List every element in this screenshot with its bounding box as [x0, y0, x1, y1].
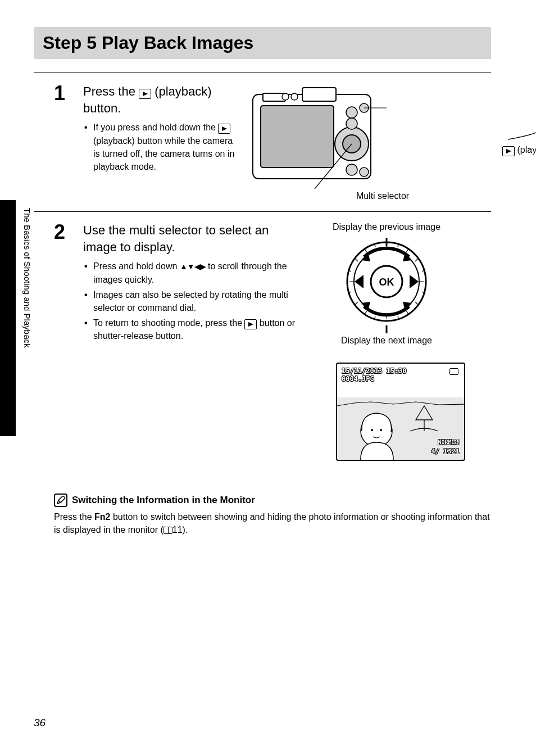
- step2-bullet-2: Images can also be selected by rotating …: [83, 288, 297, 314]
- prev-image-label: Display the previous image: [308, 222, 465, 232]
- playback-icon: [218, 124, 230, 134]
- svg-rect-7: [302, 88, 336, 101]
- callout-line: [502, 94, 536, 162]
- note-body-before: Press the: [54, 512, 94, 522]
- step1-illustration: (playback) button Multi selector: [252, 83, 491, 201]
- multi-selector-label: Multi selector: [274, 191, 491, 201]
- svg-point-53: [380, 429, 382, 431]
- pencil-icon: [54, 494, 67, 507]
- screen-quality: NORM12M: [438, 439, 460, 445]
- camera-back-illustration: [252, 83, 389, 196]
- side-label: The Basics of Shooting and Playback: [22, 208, 32, 347]
- step-number-1: 1: [54, 83, 70, 201]
- playback-icon: [244, 319, 257, 329]
- svg-point-5: [282, 93, 289, 100]
- step2-bullet-3: To return to shooting mode, press the bu…: [83, 316, 297, 342]
- note-body-mid: button to switch between showing and hid…: [54, 512, 490, 535]
- svg-point-11: [346, 118, 357, 129]
- prev-indicator: [386, 238, 388, 246]
- fn2-label: Fn2: [94, 512, 110, 522]
- svg-point-13: [360, 168, 369, 176]
- note-page-ref: 11).: [172, 525, 188, 535]
- step-number-2: 2: [54, 222, 70, 461]
- note-body: Press the Fn2 button to switch between s…: [54, 510, 491, 536]
- step-2: 2 Use the multi selector to select an im…: [34, 222, 491, 461]
- next-indicator: [386, 325, 388, 333]
- step1-bullets: If you press and hold down the (playback…: [83, 121, 240, 173]
- step1-bullet-1: If you press and hold down the (playback…: [83, 121, 240, 173]
- page-number: 36: [34, 717, 46, 729]
- screen-counter: 4/ 1321: [431, 447, 460, 455]
- playback-icon: [139, 89, 151, 99]
- step-1: 1 Press the (playback) button. If you pr…: [34, 83, 491, 201]
- sample-photo-illustration: [337, 364, 465, 461]
- note-title: Switching the Information in the Monitor: [72, 495, 255, 506]
- arrows-icon: ▲▼◀▶: [180, 262, 206, 271]
- svg-marker-1: [222, 126, 227, 131]
- step1-heading: Press the (playback) button.: [83, 83, 240, 116]
- step2-bullet-1: Press and hold down ▲▼◀▶ to scroll throu…: [83, 260, 297, 286]
- svg-point-10: [346, 107, 357, 118]
- playback-screen-preview: 15/11/2013 15:30 0004.JPG: [336, 363, 465, 461]
- svg-text:OK: OK: [379, 277, 394, 288]
- divider: [34, 211, 491, 212]
- note-section: Switching the Information in the Monitor…: [34, 494, 491, 536]
- svg-marker-19: [248, 322, 253, 327]
- step1-heading-before: Press the: [83, 84, 139, 98]
- multi-selector-illustration: OK: [325, 237, 448, 327]
- svg-point-52: [371, 429, 373, 431]
- section-tab: [0, 200, 16, 436]
- step2-bullets: Press and hold down ▲▼◀▶ to scroll throu…: [83, 260, 297, 342]
- divider: [34, 73, 491, 73]
- section-title-bar: Step 5 Play Back Images: [34, 27, 491, 59]
- next-image-label: Display the next image: [308, 336, 465, 346]
- manual-reference-icon: [163, 527, 172, 534]
- svg-point-6: [291, 93, 298, 100]
- section-title: Step 5 Play Back Images: [43, 33, 482, 53]
- svg-marker-0: [143, 92, 148, 96]
- svg-rect-3: [261, 106, 334, 168]
- svg-point-12: [346, 164, 357, 175]
- step2-heading: Use the multi selector to select an imag…: [83, 222, 297, 255]
